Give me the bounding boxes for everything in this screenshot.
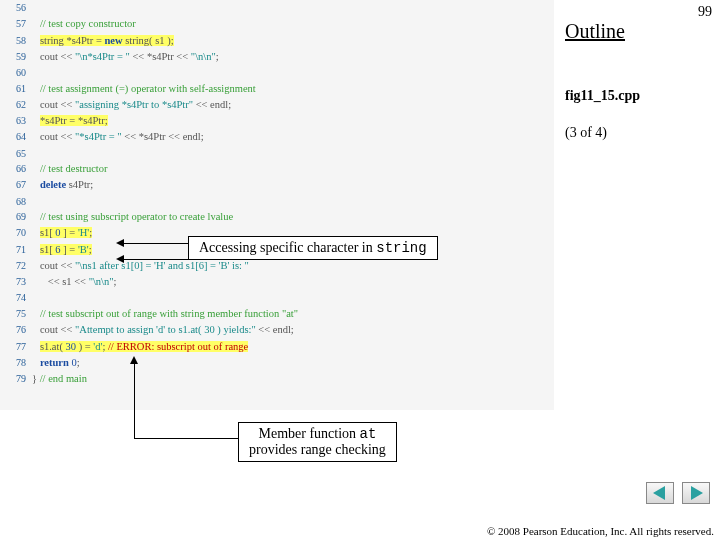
line-number: 74 (0, 290, 32, 306)
code-line: 78 return 0; (0, 355, 554, 371)
code-line: 60 (0, 65, 554, 81)
line-number: 66 (0, 161, 32, 177)
line-number: 77 (0, 339, 32, 355)
code-line: 74 (0, 290, 554, 306)
code-content: *s4Ptr = *s4Ptr; (32, 113, 554, 129)
line-number: 65 (0, 146, 32, 162)
code-content: // test subscript out of range with stri… (32, 306, 554, 322)
arrow-line (124, 259, 188, 260)
code-line: 72 cout << "\ns1 after s1[0] = 'H' and s… (0, 258, 554, 274)
code-content: s1.at( 30 ) = 'd'; // ERROR: subscript o… (32, 339, 554, 355)
line-number: 78 (0, 355, 32, 371)
callout-code-word: string (376, 240, 426, 256)
line-number: 59 (0, 49, 32, 65)
code-line: 66 // test destructor (0, 161, 554, 177)
code-line: 57 // test copy constructor (0, 16, 554, 32)
code-line: 59 cout << "\n*s4Ptr = " << *s4Ptr << "\… (0, 49, 554, 65)
code-content: string *s4Ptr = new string( s1 ); (32, 33, 554, 49)
callout-text: Member function (258, 426, 359, 441)
code-content: delete s4Ptr; (32, 177, 554, 193)
code-line: 61 // test assignment (=) operator with … (0, 81, 554, 97)
arrow-line (124, 243, 188, 244)
copyright: © 2008 Pearson Education, Inc. All right… (487, 525, 714, 538)
code-line: 68 (0, 194, 554, 210)
triangle-right-icon (691, 486, 703, 500)
code-line: 75 // test subscript out of range with s… (0, 306, 554, 322)
line-number: 57 (0, 16, 32, 32)
code-line: 69 // test using subscript operator to c… (0, 209, 554, 225)
line-number: 62 (0, 97, 32, 113)
code-line: 63 *s4Ptr = *s4Ptr; (0, 113, 554, 129)
code-content: cout << "Attempt to assign 'd' to s1.at(… (32, 322, 554, 338)
code-line: 62 cout << "assigning *s4Ptr to *s4Ptr" … (0, 97, 554, 113)
line-number: 75 (0, 306, 32, 322)
prev-button[interactable] (646, 482, 674, 504)
line-number: 69 (0, 209, 32, 225)
line-number: 68 (0, 194, 32, 210)
callout-code-word: at (360, 426, 377, 442)
code-line: 67 delete s4Ptr; (0, 177, 554, 193)
code-content: // test using subscript operator to crea… (32, 209, 554, 225)
line-number: 73 (0, 274, 32, 290)
code-content: // test assignment (=) operator with sel… (32, 81, 554, 97)
code-content: return 0; (32, 355, 554, 371)
line-number: 60 (0, 65, 32, 81)
arrow-line (134, 438, 238, 439)
code-line: 76 cout << "Attempt to assign 'd' to s1.… (0, 322, 554, 338)
code-content: // test copy constructor (32, 16, 554, 32)
line-number: 67 (0, 177, 32, 193)
callout-subscript: Accessing specific character in string (188, 236, 438, 260)
triangle-left-icon (653, 486, 665, 500)
code-line: 65 (0, 146, 554, 162)
figure-label: fig11_15.cpp (565, 88, 640, 104)
code-content: cout << "assigning *s4Ptr to *s4Ptr" << … (32, 97, 554, 113)
code-content: cout << "\ns1 after s1[0] = 'H' and s1[6… (32, 258, 554, 274)
line-number: 64 (0, 129, 32, 145)
page-number: 99 (698, 4, 712, 20)
code-content: << s1 << "\n\n"; (32, 274, 554, 290)
arrow-line (134, 360, 135, 438)
line-number: 63 (0, 113, 32, 129)
nav-controls (642, 482, 710, 508)
arrow-head-icon (116, 255, 124, 263)
line-number: 61 (0, 81, 32, 97)
line-number: 72 (0, 258, 32, 274)
callout-text: provides range checking (249, 442, 386, 458)
line-number: 58 (0, 33, 32, 49)
code-content: cout << "*s4Ptr = " << *s4Ptr << endl; (32, 129, 554, 145)
page-part: (3 of 4) (565, 125, 607, 141)
line-number: 56 (0, 0, 32, 16)
code-line: 64 cout << "*s4Ptr = " << *s4Ptr << endl… (0, 129, 554, 145)
code-listing: 56 57 // test copy constructor58 string … (0, 0, 554, 410)
code-content: cout << "\n*s4Ptr = " << *s4Ptr << "\n\n… (32, 49, 554, 65)
code-line: 79} // end main (0, 371, 554, 387)
code-line: 58 string *s4Ptr = new string( s1 ); (0, 33, 554, 49)
line-number: 79 (0, 371, 32, 387)
code-content: } // end main (32, 371, 554, 387)
code-line: 73 << s1 << "\n\n"; (0, 274, 554, 290)
line-number: 70 (0, 225, 32, 241)
code-content (32, 0, 554, 16)
arrow-head-icon (116, 239, 124, 247)
code-line: 77 s1.at( 30 ) = 'd'; // ERROR: subscrip… (0, 339, 554, 355)
code-content: // test destructor (32, 161, 554, 177)
callout-text: Accessing specific character in (199, 240, 376, 255)
callout-at-function: Member function at provides range checki… (238, 422, 397, 462)
next-button[interactable] (682, 482, 710, 504)
code-line: 56 (0, 0, 554, 16)
line-number: 76 (0, 322, 32, 338)
outline-heading: Outline (565, 20, 625, 43)
line-number: 71 (0, 242, 32, 258)
arrow-head-icon (130, 356, 138, 364)
